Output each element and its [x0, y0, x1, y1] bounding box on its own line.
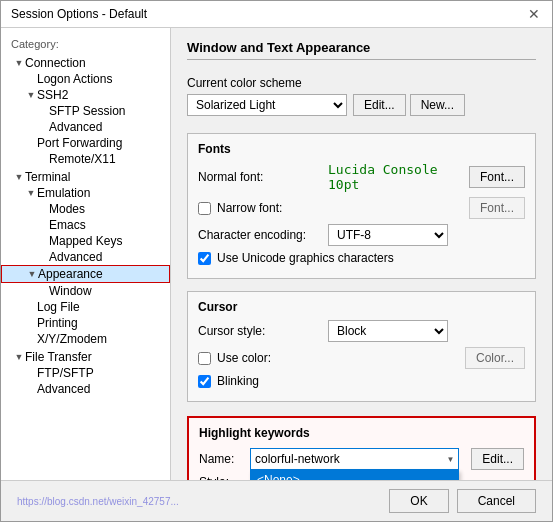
- cursor-section: Cursor Cursor style: Block Use color: Co…: [187, 291, 536, 402]
- sidebar-item-emulation[interactable]: ▼ Emulation: [1, 185, 170, 201]
- sidebar-item-window[interactable]: Window: [1, 283, 170, 299]
- sidebar-label-emulation: Emulation: [37, 186, 90, 200]
- sidebar-item-modes[interactable]: Modes: [1, 201, 170, 217]
- color-scheme-select[interactable]: Solarized Light: [187, 94, 347, 116]
- highlight-name-row: Name: colorful-network ▼ <None> colorful…: [199, 448, 524, 470]
- unicode-label: Use Unicode graphics characters: [217, 251, 394, 265]
- sidebar-item-file-transfer[interactable]: ▼ File Transfer: [1, 349, 170, 365]
- category-label: Category:: [1, 36, 170, 54]
- color-scheme-edit-button[interactable]: Edit...: [353, 94, 406, 116]
- expand-arrow-appearance: ▼: [26, 269, 38, 279]
- expand-arrow-connection: ▼: [13, 58, 25, 68]
- sidebar-item-connection[interactable]: ▼ Connection: [1, 55, 170, 71]
- footer: https://blog.csdn.net/weixin_42757... OK…: [1, 480, 552, 521]
- tree-item-connection: ▼ Connection Logon Actions ▼ SSH2 SFTP S…: [1, 54, 170, 168]
- sidebar-item-advanced-ft[interactable]: Advanced: [1, 381, 170, 397]
- tree-item-terminal: ▼ Terminal ▼ Emulation Modes Emacs: [1, 168, 170, 348]
- sidebar-item-xy-zmodem[interactable]: X/Y/Zmodem: [1, 331, 170, 347]
- fonts-section: Fonts Normal font: Lucida Console 10pt F…: [187, 133, 536, 279]
- dropdown-item-none[interactable]: <None>: [251, 471, 458, 480]
- unicode-row: Use Unicode graphics characters: [198, 251, 525, 265]
- cursor-style-select[interactable]: Block: [328, 320, 448, 342]
- normal-font-control: Lucida Console 10pt Font...: [328, 162, 525, 192]
- blinking-label: Blinking: [217, 374, 259, 388]
- tree-item-file-transfer: ▼ File Transfer FTP/SFTP Advanced: [1, 348, 170, 398]
- sidebar-item-ftp-sftp[interactable]: FTP/SFTP: [1, 365, 170, 381]
- color-button[interactable]: Color...: [465, 347, 525, 369]
- cursor-label: Cursor: [198, 300, 525, 314]
- highlight-title: Highlight keywords: [199, 426, 524, 440]
- sidebar-label-modes: Modes: [49, 202, 85, 216]
- normal-font-row: Normal font: Lucida Console 10pt Font...: [198, 162, 525, 192]
- sidebar-label-ftp-sftp: FTP/SFTP: [37, 366, 94, 380]
- sidebar-item-advanced-ssh2[interactable]: Advanced: [1, 119, 170, 135]
- window-title: Session Options - Default: [11, 7, 147, 21]
- cursor-style-control: Block: [328, 320, 525, 342]
- cancel-button[interactable]: Cancel: [457, 489, 536, 513]
- sidebar-item-appearance[interactable]: ▼ Appearance: [1, 265, 170, 283]
- char-encoding-row: Character encoding: UTF-8: [198, 224, 525, 246]
- sidebar-item-sftp-session[interactable]: SFTP Session: [1, 103, 170, 119]
- use-color-checkbox[interactable]: [198, 352, 211, 365]
- color-scheme-row: Solarized Light Edit... New...: [187, 94, 536, 116]
- expand-arrow-file-transfer: ▼: [13, 352, 25, 362]
- sidebar-item-terminal[interactable]: ▼ Terminal: [1, 169, 170, 185]
- color-scheme-label: Current color scheme: [187, 76, 317, 90]
- cursor-style-row: Cursor style: Block: [198, 320, 525, 342]
- sidebar-label-mapped-keys: Mapped Keys: [49, 234, 122, 248]
- sidebar-item-log-file[interactable]: Log File: [1, 299, 170, 315]
- sidebar-label-connection: Connection: [25, 56, 86, 70]
- sidebar-label-port-forwarding: Port Forwarding: [37, 136, 122, 150]
- dropdown-item-none-label: <None>: [257, 473, 300, 480]
- dropdown-arrow-icon: ▼: [446, 455, 454, 464]
- normal-font-button[interactable]: Font...: [469, 166, 525, 188]
- narrow-font-button[interactable]: Font...: [469, 197, 525, 219]
- sidebar-label-appearance: Appearance: [38, 267, 103, 281]
- section-title: Window and Text Appearance: [187, 40, 536, 60]
- char-encoding-control: UTF-8: [328, 224, 525, 246]
- narrow-font-row: Narrow font: Font...: [198, 197, 525, 219]
- highlight-name-dropdown-container: colorful-network ▼ <None> colorful-netwo…: [250, 448, 459, 470]
- color-scheme-section: Current color scheme Solarized Light Edi…: [187, 76, 536, 121]
- expand-arrow-terminal: ▼: [13, 172, 25, 182]
- sidebar-label-file-transfer: File Transfer: [25, 350, 92, 364]
- sidebar-item-port-forwarding[interactable]: Port Forwarding: [1, 135, 170, 151]
- sidebar-item-mapped-keys[interactable]: Mapped Keys: [1, 233, 170, 249]
- sidebar: Category: ▼ Connection Logon Actions ▼ S…: [1, 28, 171, 480]
- highlight-name-value: colorful-network: [255, 452, 340, 466]
- blinking-checkbox[interactable]: [198, 375, 211, 388]
- sidebar-label-sftp-session: SFTP Session: [49, 104, 125, 118]
- char-encoding-select[interactable]: UTF-8: [328, 224, 448, 246]
- normal-font-label: Normal font:: [198, 170, 328, 184]
- narrow-font-label: Narrow font:: [217, 201, 463, 215]
- close-button[interactable]: ✕: [526, 7, 542, 21]
- content-area: Category: ▼ Connection Logon Actions ▼ S…: [1, 28, 552, 480]
- color-scheme-new-button[interactable]: New...: [410, 94, 465, 116]
- sidebar-label-printing: Printing: [37, 316, 78, 330]
- highlight-edit-button[interactable]: Edit...: [471, 448, 524, 470]
- sidebar-item-remote-x11[interactable]: Remote/X11: [1, 151, 170, 167]
- cursor-style-label: Cursor style:: [198, 324, 328, 338]
- highlight-name-dropdown-trigger[interactable]: colorful-network ▼: [250, 448, 459, 470]
- sidebar-label-terminal: Terminal: [25, 170, 70, 184]
- sidebar-item-advanced-emulation[interactable]: Advanced: [1, 249, 170, 265]
- sidebar-label-logon-actions: Logon Actions: [37, 72, 112, 86]
- sidebar-item-ssh2[interactable]: ▼ SSH2: [1, 87, 170, 103]
- normal-font-value: Lucida Console 10pt: [328, 162, 463, 192]
- titlebar: Session Options - Default ✕: [1, 1, 552, 28]
- sidebar-label-advanced-emulation: Advanced: [49, 250, 102, 264]
- sidebar-label-emacs: Emacs: [49, 218, 86, 232]
- ok-button[interactable]: OK: [389, 489, 448, 513]
- sidebar-label-remote-x11: Remote/X11: [49, 152, 116, 166]
- session-options-window: Session Options - Default ✕ Category: ▼ …: [0, 0, 553, 522]
- main-panel: Window and Text Appearance Current color…: [171, 28, 552, 480]
- sidebar-item-printing[interactable]: Printing: [1, 315, 170, 331]
- sidebar-item-logon-actions[interactable]: Logon Actions: [1, 71, 170, 87]
- unicode-checkbox[interactable]: [198, 252, 211, 265]
- expand-arrow-ssh2: ▼: [25, 90, 37, 100]
- narrow-font-checkbox[interactable]: [198, 202, 211, 215]
- sidebar-label-advanced-ssh2: Advanced: [49, 120, 102, 134]
- sidebar-label-window: Window: [49, 284, 92, 298]
- sidebar-item-emacs[interactable]: Emacs: [1, 217, 170, 233]
- sidebar-label-advanced-ft: Advanced: [37, 382, 90, 396]
